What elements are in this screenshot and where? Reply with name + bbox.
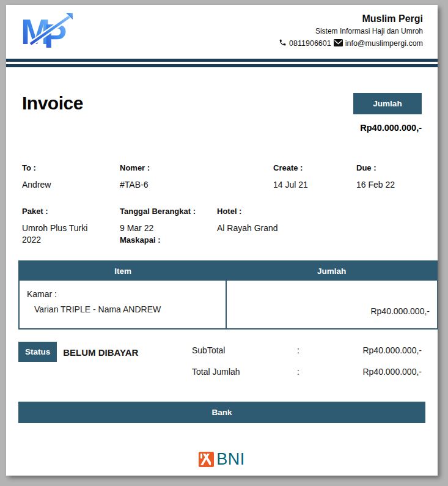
item-amount-cell: Rp40.000.000,-: [226, 281, 438, 329]
hotel-value: Al Rayah Grand: [217, 223, 422, 234]
header: M P Muslim Pergi Sistem Informasi Haji d…: [6, 5, 438, 51]
subtotal-row: SubTotal : Rp40.000.000,-: [192, 345, 422, 355]
divider-line-top: [6, 59, 438, 62]
invoice-total-amount: Rp40.000.000,-: [353, 123, 422, 133]
create-value: 14 Jul 21: [273, 179, 356, 191]
email-address: info@muslimpergi.com: [345, 39, 423, 48]
paket-label: Paket :: [22, 207, 120, 216]
field-due: Due : 16 Feb 22: [356, 163, 422, 191]
field-tanggal-berangkat: Tanggal Berangkat : 9 Mar 22 Maskapai :: [120, 207, 217, 246]
due-label: Due :: [356, 163, 422, 172]
bni-icon: [199, 452, 214, 467]
company-name: Muslim Pergi: [279, 13, 423, 24]
table-row: Kamar : Varian TRIPLE - Nama ANDREW Rp40…: [19, 281, 438, 329]
tanggal-berangkat-value: 9 Mar 22: [120, 223, 217, 234]
item-line-kamar: Kamar :: [27, 289, 219, 299]
item-line-varian: Varian TRIPLE - Nama ANDREW: [27, 304, 219, 314]
to-label: To :: [22, 163, 120, 172]
to-value: Andrew: [22, 179, 120, 191]
status-totals-row: Status BELUM DIBAYAR SubTotal : Rp40.000…: [18, 342, 422, 388]
total-jumlah-row: Total Jumlah : Rp40.000.000,-: [192, 367, 422, 377]
subtotal-label: SubTotal: [192, 345, 297, 355]
due-value: 16 Feb 22: [356, 179, 422, 191]
totals-block: SubTotal : Rp40.000.000,- Total Jumlah :…: [192, 345, 422, 388]
phone-number: 0811906601: [289, 39, 331, 48]
company-contact: 0811906601 info@muslimpergi.com: [279, 39, 423, 48]
total-jumlah-value: Rp40.000.000,-: [321, 367, 422, 377]
create-label: Create :: [273, 163, 356, 172]
column-header-item: Item: [19, 261, 226, 281]
nomer-value: #TAB-6: [120, 179, 273, 191]
envelope-icon: [334, 39, 343, 48]
company-tagline: Sistem Informasi Haji dan Umroh: [279, 27, 423, 35]
phone-icon: [279, 39, 287, 48]
item-cell: Kamar : Varian TRIPLE - Nama ANDREW: [19, 281, 226, 329]
company-info: Muslim Pergi Sistem Informasi Haji dan U…: [279, 10, 423, 51]
package-meta-row: Paket : Umroh Plus Turki 2022 Tanggal Be…: [22, 207, 422, 246]
mp-logo-icon: M P: [21, 10, 82, 49]
invoice-page: M P Muslim Pergi Sistem Informasi Haji d…: [6, 5, 438, 476]
nomer-label: Nomer :: [120, 163, 273, 172]
tanggal-berangkat-label: Tanggal Berangkat :: [120, 207, 217, 216]
total-jumlah-separator: :: [297, 367, 321, 377]
bank-section-header: Bank: [18, 402, 425, 423]
field-paket: Paket : Umroh Plus Turki 2022: [22, 207, 120, 246]
bank-name: BNI: [216, 450, 245, 469]
page-title: Invoice: [22, 93, 83, 114]
jumlah-button[interactable]: Jumlah: [353, 93, 422, 114]
hotel-label: Hotel :: [217, 207, 422, 216]
items-table: Item Jumlah Kamar : Varian TRIPLE - Nama…: [18, 260, 438, 330]
invoice-meta-row: To : Andrew Nomer : #TAB-6 Create : 14 J…: [22, 163, 422, 191]
subtotal-value: Rp40.000.000,-: [321, 345, 422, 355]
invoice-title-row: Invoice Jumlah Rp40.000.000,-: [22, 93, 422, 133]
field-create: Create : 14 Jul 21: [273, 163, 356, 191]
paket-value: Umroh Plus Turki 2022: [22, 223, 90, 246]
bank-logo: BNI: [22, 450, 422, 469]
subtotal-separator: :: [297, 345, 321, 355]
header-divider: [6, 59, 438, 67]
field-to: To : Andrew: [22, 163, 120, 191]
divider-line-bottom: [6, 64, 438, 67]
column-header-jumlah: Jumlah: [226, 261, 438, 281]
total-jumlah-label: Total Jumlah: [192, 367, 297, 377]
status-badge: Status: [18, 342, 57, 362]
field-hotel: Hotel : Al Rayah Grand: [217, 207, 422, 246]
status-value: BELUM DIBAYAR: [63, 347, 138, 358]
items-table-header-row: Item Jumlah: [19, 261, 438, 281]
company-logo: M P: [21, 10, 82, 51]
field-nomer: Nomer : #TAB-6: [120, 163, 273, 191]
maskapai-label: Maskapai :: [120, 235, 217, 245]
